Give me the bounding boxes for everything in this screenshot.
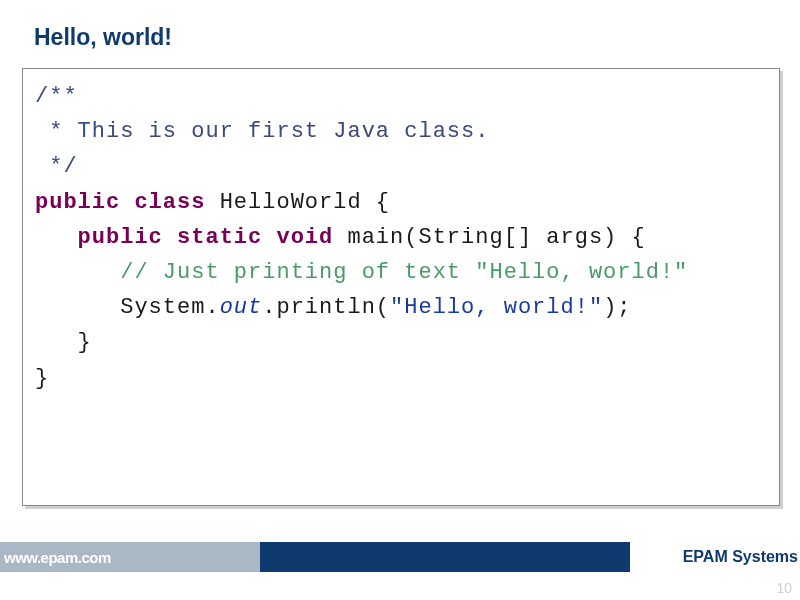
page-number: 10 <box>776 580 792 596</box>
code-line: } <box>35 325 767 360</box>
footer-brand: EPAM Systems <box>630 542 800 572</box>
code-text: main(String[] args) { <box>347 225 645 250</box>
code-string: "Hello, world!" <box>390 295 603 320</box>
code-field: out <box>220 295 263 320</box>
code-text: .println( <box>262 295 390 320</box>
footer-url: www.epam.com <box>0 542 260 572</box>
code-line: /** <box>35 79 767 114</box>
code-line: } <box>35 361 767 396</box>
code-block: /** * This is our first Java class. */ p… <box>22 68 780 506</box>
code-text: ); <box>603 295 631 320</box>
code-keyword: public class <box>35 190 220 215</box>
code-line: public static void main(String[] args) { <box>35 220 767 255</box>
slide-title: Hello, world! <box>34 24 172 51</box>
code-line: * This is our first Java class. <box>35 114 767 149</box>
code-line: public class HelloWorld { <box>35 185 767 220</box>
code-line: */ <box>35 149 767 184</box>
footer-bar: www.epam.com EPAM Systems <box>0 542 800 572</box>
code-text: System. <box>35 295 220 320</box>
code-line: System.out.println("Hello, world!"); <box>35 290 767 325</box>
code-keyword: public static void <box>35 225 347 250</box>
code-text: HelloWorld { <box>220 190 390 215</box>
footer-divider <box>260 542 630 572</box>
code-line: // Just printing of text "Hello, world!" <box>35 255 767 290</box>
